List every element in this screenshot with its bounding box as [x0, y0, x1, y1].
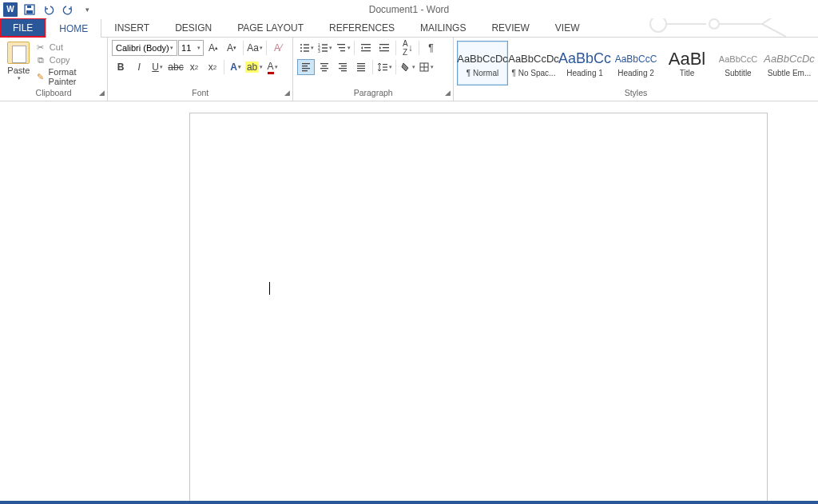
- save-button[interactable]: [21, 2, 38, 18]
- svg-rect-15: [322, 47, 328, 48]
- bullets-button[interactable]: ▾: [297, 40, 315, 56]
- svg-rect-34: [322, 70, 327, 71]
- svg-rect-32: [322, 65, 327, 66]
- svg-rect-5: [27, 6, 31, 8]
- align-center-button[interactable]: [316, 59, 333, 75]
- svg-rect-13: [322, 44, 328, 45]
- italic-button[interactable]: I: [130, 59, 148, 75]
- svg-rect-36: [341, 65, 347, 66]
- cut-button[interactable]: ✂ Cut: [34, 42, 103, 53]
- svg-rect-17: [322, 50, 328, 51]
- svg-rect-4: [26, 10, 33, 14]
- tab-insert[interactable]: INSERT: [101, 18, 162, 37]
- style-normal[interactable]: AaBbCcDc ¶ Normal: [457, 41, 508, 85]
- clipboard-launcher[interactable]: ◢: [99, 89, 105, 97]
- page[interactable]: [189, 113, 768, 504]
- document-area[interactable]: [0, 101, 818, 504]
- tab-home[interactable]: HOME: [46, 19, 101, 38]
- font-group-label: Font◢: [108, 88, 292, 101]
- align-left-button[interactable]: [297, 59, 315, 75]
- qa-customize-button[interactable]: ▾: [78, 2, 96, 18]
- clear-formatting-button[interactable]: A⁄: [269, 40, 287, 56]
- paste-button[interactable]: Paste ▾: [4, 40, 34, 88]
- underline-button[interactable]: U▾: [149, 59, 166, 75]
- redo-button[interactable]: [59, 2, 77, 18]
- decrease-indent-button[interactable]: [357, 40, 375, 56]
- styles-gallery[interactable]: AaBbCcDc ¶ Normal AaBbCcDc ¶ No Spac... …: [457, 41, 815, 85]
- svg-rect-41: [357, 68, 365, 69]
- borders-button[interactable]: ▾: [417, 59, 435, 75]
- svg-rect-23: [361, 50, 371, 51]
- style-heading-2[interactable]: AaBbCcC Heading 2: [610, 41, 661, 85]
- svg-rect-45: [383, 69, 387, 70]
- style-heading-1[interactable]: AaBbCc Heading 1: [559, 41, 610, 85]
- style-subtitle[interactable]: AaBbCcC Subtitle: [713, 41, 764, 85]
- word-app-icon: W: [2, 2, 19, 18]
- svg-rect-20: [340, 50, 345, 51]
- svg-rect-38: [341, 70, 347, 71]
- numbering-button[interactable]: 123▾: [316, 40, 333, 56]
- tab-review[interactable]: REVIEW: [478, 18, 542, 37]
- svg-rect-24: [379, 44, 389, 45]
- svg-rect-39: [357, 63, 365, 64]
- sort-button[interactable]: AZ↓: [399, 40, 416, 56]
- justify-button[interactable]: [352, 59, 370, 75]
- svg-rect-25: [383, 47, 389, 48]
- title-bar: W ▾ Document1 - Word: [0, 0, 818, 18]
- styles-group-label: Styles: [454, 88, 818, 101]
- svg-rect-33: [320, 68, 328, 69]
- tab-page-layout[interactable]: PAGE LAYOUT: [224, 18, 316, 37]
- format-painter-button[interactable]: ✎ Format Painter: [34, 67, 103, 86]
- undo-button[interactable]: [40, 2, 58, 18]
- svg-point-6: [300, 44, 302, 46]
- tab-references[interactable]: REFERENCES: [316, 18, 407, 37]
- font-launcher[interactable]: ◢: [284, 89, 290, 97]
- tab-file[interactable]: FILE: [0, 18, 46, 37]
- shrink-font-button[interactable]: A▾: [223, 40, 240, 56]
- ribbon-tabs: FILE HOME INSERT DESIGN PAGE LAYOUT REFE…: [0, 18, 818, 38]
- tab-design[interactable]: DESIGN: [162, 18, 224, 37]
- align-right-button[interactable]: [334, 59, 351, 75]
- svg-rect-30: [302, 70, 308, 71]
- svg-point-8: [300, 47, 302, 49]
- svg-rect-27: [302, 63, 310, 64]
- grow-font-button[interactable]: A▴: [204, 40, 222, 56]
- svg-rect-40: [357, 65, 365, 66]
- svg-rect-44: [383, 67, 387, 68]
- tab-view[interactable]: VIEW: [542, 18, 593, 37]
- paragraph-group-label: Paragraph◢: [293, 88, 453, 101]
- bold-button[interactable]: B: [112, 59, 129, 75]
- svg-rect-29: [302, 68, 310, 69]
- svg-text:3: 3: [318, 49, 320, 54]
- svg-rect-31: [320, 63, 328, 64]
- increase-indent-button[interactable]: [375, 40, 393, 56]
- document-title: Document1 - Word: [369, 4, 449, 15]
- paragraph-launcher[interactable]: ◢: [445, 89, 451, 97]
- svg-rect-22: [364, 47, 371, 48]
- svg-rect-9: [304, 47, 309, 48]
- style-subtle-emphasis[interactable]: AaBbCcDc Subtle Em...: [764, 41, 815, 85]
- text-effects-button[interactable]: A▾: [227, 59, 244, 75]
- highlight-button[interactable]: ab▾: [245, 59, 263, 75]
- superscript-button[interactable]: x2: [204, 59, 221, 75]
- shading-button[interactable]: ▾: [399, 59, 416, 75]
- font-color-button[interactable]: A▾: [264, 59, 281, 75]
- copy-button[interactable]: ⧉ Copy: [34, 54, 103, 65]
- change-case-button[interactable]: Aa▾: [246, 40, 264, 56]
- font-size-select[interactable]: 11▾: [178, 40, 204, 56]
- style-no-spacing[interactable]: AaBbCcDc ¶ No Spac...: [508, 41, 559, 85]
- line-spacing-button[interactable]: ▾: [375, 59, 393, 75]
- svg-rect-37: [339, 68, 347, 69]
- tab-mailings[interactable]: MAILINGS: [407, 18, 478, 37]
- strikethrough-button[interactable]: abc: [167, 59, 185, 75]
- subscript-button[interactable]: x2: [185, 59, 203, 75]
- text-cursor: [269, 282, 270, 295]
- multilevel-list-button[interactable]: ▾: [334, 40, 351, 56]
- font-name-select[interactable]: Calibri (Body)▾: [112, 40, 177, 56]
- show-marks-button[interactable]: ¶: [422, 40, 439, 56]
- svg-rect-35: [339, 63, 347, 64]
- scissors-icon: ✂: [35, 42, 46, 53]
- style-title[interactable]: AaBl Title: [661, 41, 713, 85]
- svg-rect-28: [302, 65, 308, 66]
- chevron-down-icon: ▾: [18, 75, 21, 81]
